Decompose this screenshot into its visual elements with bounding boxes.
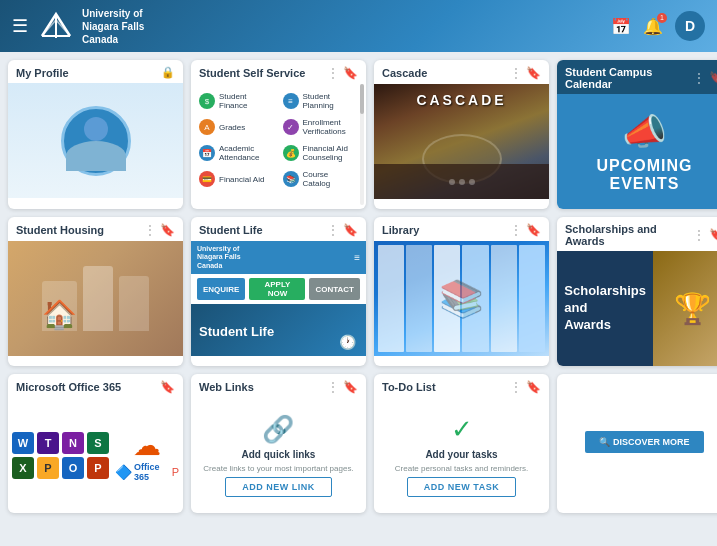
notification-badge: 1: [657, 13, 667, 23]
sss-grid: $ Student Finance ≡ Student Planning A G…: [197, 90, 360, 190]
scc-body[interactable]: 📣 UPCOMING EVENTS: [557, 94, 717, 209]
housing-more-icon[interactable]: ⋮: [144, 223, 156, 237]
my-profile-header: My Profile 🔒: [8, 60, 183, 83]
sl-menu-icon[interactable]: ≡: [354, 252, 360, 263]
sss-item-financial-aid-counseling[interactable]: 💰 Financial Aid Counseling: [281, 142, 361, 164]
todo-bookmark-icon[interactable]: 🔖: [526, 380, 541, 394]
todo-description: Create personal tasks and reminders.: [395, 464, 528, 473]
cascade-body[interactable]: CASCADE: [374, 84, 549, 199]
sss-bookmark-icon[interactable]: 🔖: [343, 66, 358, 80]
student-campus-calendar-card: Student Campus Calendar ⋮ 🔖 📣 UPCOMING E…: [557, 60, 717, 209]
student-finance-label: Student Finance: [219, 92, 275, 110]
library-card: Library ⋮ 🔖 📚: [374, 217, 549, 366]
sa-image-section: 🏆: [653, 251, 717, 366]
housing-body[interactable]: 🏠: [8, 241, 183, 356]
cascade-more-icon[interactable]: ⋮: [510, 66, 522, 80]
logo-area: University of Niagara Falls Canada: [38, 7, 144, 46]
sa-bookmark-icon[interactable]: 🔖: [709, 228, 717, 242]
ms-bookmark-icon[interactable]: 🔖: [160, 380, 175, 394]
housing-header: Student Housing ⋮ 🔖: [8, 217, 183, 241]
sss-more-icon[interactable]: ⋮: [327, 66, 339, 80]
wl-body: 🔗 Add quick links Create links to your m…: [191, 398, 366, 513]
sss-item-attendance[interactable]: 📅 Academic Attendance: [197, 142, 277, 164]
sss-header: Student Self Service ⋮ 🔖: [191, 60, 366, 84]
sss-item-enrollment[interactable]: ✓ Enrollment Verifications: [281, 116, 361, 138]
sss-item-student-planning[interactable]: ≡ Student Planning: [281, 90, 361, 112]
hamburger-menu-icon[interactable]: ☰: [12, 15, 28, 37]
sl-bookmark-icon[interactable]: 🔖: [343, 223, 358, 237]
notifications-icon[interactable]: 🔔 1: [643, 17, 663, 36]
award-icon: 🏆: [674, 291, 711, 326]
library-body[interactable]: 📚: [374, 241, 549, 356]
financial-aid-icon: 💳: [199, 171, 215, 187]
sss-scrollbar[interactable]: [360, 84, 364, 205]
sl-enquire-button[interactable]: ENQUIRE: [197, 278, 245, 300]
sl-apply-button[interactable]: APPLY NOW: [249, 278, 305, 300]
lock-icon: 🔒: [161, 66, 175, 79]
logo-text: University of Niagara Falls Canada: [82, 7, 144, 46]
discover-body: 🔍 DISCOVER MORE: [557, 384, 717, 499]
sa-more-icon[interactable]: ⋮: [693, 228, 705, 242]
scc-header: Student Campus Calendar ⋮ 🔖: [557, 60, 717, 94]
financial-aid-counseling-label: Financial Aid Counseling: [303, 144, 359, 162]
library-more-icon[interactable]: ⋮: [510, 223, 522, 237]
excel-icon[interactable]: X: [12, 457, 34, 479]
sl-nav-buttons: ENQUIRE APPLY NOW CONTACT: [191, 274, 366, 304]
library-bookmark-icon[interactable]: 🔖: [526, 223, 541, 237]
my-profile-title: My Profile: [16, 67, 69, 79]
outlook-icon[interactable]: O: [62, 457, 84, 479]
word-icon[interactable]: W: [12, 432, 34, 454]
scc-text: UPCOMING EVENTS: [597, 157, 693, 192]
onenote-icon[interactable]: N: [62, 432, 84, 454]
sharepoint-icon[interactable]: S: [87, 432, 109, 454]
todo-add-button[interactable]: ADD NEW TASK: [407, 477, 516, 497]
powerpoint-icon[interactable]: P: [87, 457, 109, 479]
wl-add-title: Add quick links: [242, 449, 316, 460]
sl-header: Student Life ⋮ 🔖: [191, 217, 366, 241]
todo-more-icon[interactable]: ⋮: [510, 380, 522, 394]
grades-icon: A: [199, 119, 215, 135]
scc-bookmark-icon[interactable]: 🔖: [709, 71, 717, 85]
course-catalog-label: Course Catalog: [303, 170, 359, 188]
scc-title: Student Campus Calendar: [565, 66, 693, 90]
todo-card: To-Do List ⋮ 🔖 ✓ Add your tasks Create p…: [374, 374, 549, 513]
sss-item-financial-aid[interactable]: 💳 Financial Aid: [197, 168, 277, 190]
financial-aid-label: Financial Aid: [219, 175, 264, 184]
discover-more-button[interactable]: 🔍 DISCOVER MORE: [585, 431, 703, 453]
wl-bookmark-icon[interactable]: 🔖: [343, 380, 358, 394]
scc-more-icon[interactable]: ⋮: [693, 71, 705, 85]
cascade-bookmark-icon[interactable]: 🔖: [526, 66, 541, 80]
sl-contact-button[interactable]: CONTACT: [309, 278, 360, 300]
calendar-icon[interactable]: 📅: [611, 17, 631, 36]
sss-body: $ Student Finance ≡ Student Planning A G…: [191, 84, 366, 199]
teams-icon[interactable]: T: [37, 432, 59, 454]
sss-title: Student Self Service: [199, 67, 305, 79]
sa-text-section: Scholarships and Awards: [557, 251, 653, 366]
student-self-service-card: Student Self Service ⋮ 🔖 $ Student Finan…: [191, 60, 366, 209]
office-cloud-icon: ☁: [133, 429, 161, 462]
sss-item-student-finance[interactable]: $ Student Finance: [197, 90, 277, 112]
enrollment-icon: ✓: [283, 119, 299, 135]
wl-add-button[interactable]: ADD NEW LINK: [225, 477, 332, 497]
sl-actions: ⋮ 🔖: [327, 223, 358, 237]
todo-content: ✓ Add your tasks Create personal tasks a…: [395, 406, 528, 505]
my-profile-body: [8, 83, 183, 198]
student-planning-icon: ≡: [283, 93, 299, 109]
student-housing-card: Student Housing ⋮ 🔖 🏠: [8, 217, 183, 366]
sl-more-icon[interactable]: ⋮: [327, 223, 339, 237]
housing-bookmark-icon[interactable]: 🔖: [160, 223, 175, 237]
user-avatar-button[interactable]: D: [675, 11, 705, 41]
library-header: Library ⋮ 🔖: [374, 217, 549, 241]
wl-more-icon[interactable]: ⋮: [327, 380, 339, 394]
sss-scroll-thumb: [360, 84, 364, 114]
student-finance-icon: $: [199, 93, 215, 109]
grades-label: Grades: [219, 123, 245, 132]
sss-item-grades[interactable]: A Grades: [197, 116, 277, 138]
cascade-banner: CASCADE: [374, 92, 549, 108]
cascade-actions: ⋮ 🔖: [510, 66, 541, 80]
powerbi-icon[interactable]: P: [37, 457, 59, 479]
sa-body[interactable]: Scholarships and Awards 🏆: [557, 251, 717, 366]
student-planning-label: Student Planning: [303, 92, 359, 110]
cascade-title: Cascade: [382, 67, 427, 79]
sss-item-course-catalog[interactable]: 📚 Course Catalog: [281, 168, 361, 190]
